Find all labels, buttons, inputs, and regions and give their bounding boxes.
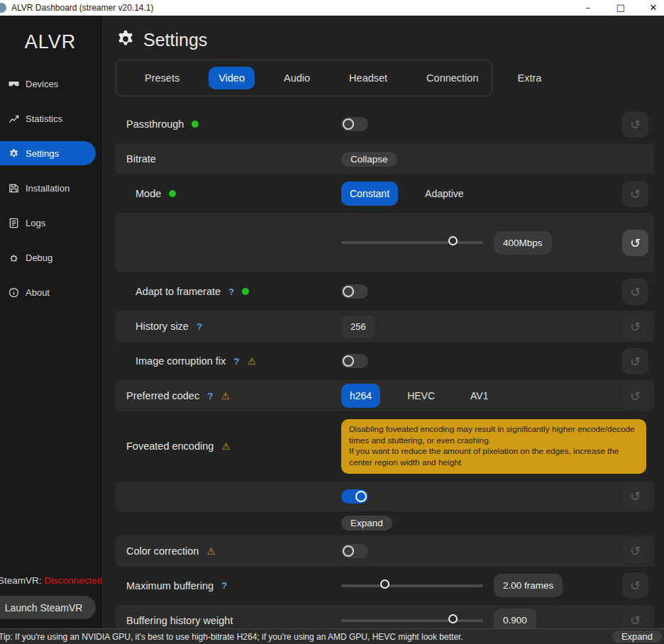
sidebar-item-settings[interactable]: Settings: [0, 141, 96, 165]
setting-control-cell: h264HEVCAV1: [341, 384, 617, 408]
reset-button[interactable]: ↺: [622, 313, 648, 340]
settings-row-maximum-buffering: Maximum buffering?2.00 frames↺: [116, 570, 654, 601]
tab-extra[interactable]: Extra: [507, 67, 551, 89]
expand-button[interactable]: Expand: [341, 516, 392, 531]
reset-button[interactable]: ↺: [622, 230, 648, 256]
tab-audio[interactable]: Audio: [274, 67, 320, 89]
toggle-switch[interactable]: [341, 489, 368, 504]
reset-button[interactable]: ↺: [622, 483, 648, 509]
title-bar: ALVR Dashboard (streamer v20.14.1) – □ ✕: [0, 0, 664, 16]
bug-gear-icon: [9, 252, 19, 263]
reset-button[interactable]: ↺: [622, 181, 648, 207]
undo-icon: ↺: [630, 543, 641, 558]
sidebar-item-installation[interactable]: Installation: [0, 176, 101, 200]
slider-track[interactable]: [341, 584, 483, 587]
toggle-switch[interactable]: [341, 354, 368, 368]
sidebar-item-label: About: [26, 287, 50, 298]
sidebar-item-label: Logs: [26, 218, 45, 228]
setting-control-cell: ConstantAdaptive: [341, 182, 617, 206]
info-icon: [9, 287, 19, 298]
warning-icon: ⚠: [221, 390, 229, 401]
launch-steamvr-button[interactable]: Launch SteamVR: [0, 596, 96, 619]
slider-control: 0.900: [341, 609, 536, 628]
sidebar-item-logs[interactable]: Logs: [0, 211, 101, 235]
setting-label: Passthrough: [126, 118, 184, 130]
reset-cell: ↺: [617, 230, 654, 256]
setting-control-cell: 400Mbps: [341, 231, 617, 255]
chart-icon: [9, 113, 19, 124]
segmented-control: h264HEVCAV1: [341, 384, 497, 408]
setting-control-cell: 0.900: [341, 609, 617, 628]
reset-button[interactable]: ↺: [622, 538, 648, 564]
option-hevc[interactable]: HEVC: [399, 384, 443, 408]
footer-tip-text: Tip: If you're using an NVIDIA GPU, it's…: [0, 632, 463, 642]
reset-button[interactable]: ↺: [622, 572, 648, 599]
document-icon: [9, 218, 19, 228]
warning-message-box: Disabling foveated encoding may result i…: [341, 419, 646, 474]
reset-button[interactable]: ↺: [622, 607, 648, 628]
toggle-knob: [355, 491, 367, 502]
help-icon[interactable]: ?: [221, 580, 227, 591]
slider-value[interactable]: 400Mbps: [494, 231, 552, 255]
settings-row-buffering-history-weight: Buffering history weight0.900↺: [116, 605, 654, 628]
reset-button[interactable]: ↺: [622, 383, 648, 409]
slider-value[interactable]: 2.00 frames: [494, 574, 563, 597]
window-title: ALVR Dashboard (streamer v20.14.1): [11, 3, 154, 13]
sidebar-item-about[interactable]: About: [0, 280, 101, 304]
setting-control-cell: [341, 489, 617, 504]
settings-row-adapt-to-framerate: Adapt to framerate?↺: [116, 276, 654, 307]
maximize-button[interactable]: □: [614, 0, 627, 16]
close-button[interactable]: ✕: [647, 0, 660, 16]
setting-label: Color correction: [126, 545, 199, 557]
collapse-button[interactable]: Collapse: [341, 152, 397, 167]
slider-thumb[interactable]: [448, 236, 458, 245]
warning-icon: ⚠: [221, 440, 230, 452]
slider-value[interactable]: 0.900: [494, 609, 536, 628]
tab-presets[interactable]: Presets: [135, 67, 189, 89]
slider-track[interactable]: [341, 241, 483, 244]
setting-label: Foveated encoding: [126, 440, 214, 452]
slider-thumb[interactable]: [380, 579, 389, 589]
help-icon[interactable]: ?: [233, 356, 239, 367]
tab-video[interactable]: Video: [209, 67, 255, 89]
footer-expand-button[interactable]: Expand: [612, 631, 662, 643]
warning-icon: ⚠: [206, 545, 215, 557]
reset-button[interactable]: ↺: [622, 279, 648, 305]
toggle-switch[interactable]: [341, 117, 368, 131]
sidebar-item-devices[interactable]: Devices: [0, 72, 101, 96]
help-icon[interactable]: ?: [197, 321, 202, 332]
slider-track[interactable]: [341, 619, 483, 622]
slider-control: 400Mbps: [341, 231, 552, 255]
value-field[interactable]: 256: [341, 316, 375, 338]
reset-button[interactable]: ↺: [622, 348, 648, 374]
reset-button[interactable]: ↺: [622, 111, 648, 138]
option-constant[interactable]: Constant: [341, 182, 398, 206]
toggle-switch[interactable]: [341, 544, 368, 558]
help-icon[interactable]: ?: [228, 287, 234, 297]
modified-dot-icon: [242, 288, 249, 295]
option-adaptive[interactable]: Adaptive: [416, 182, 472, 206]
setting-label-cell: Foveated encoding⚠: [116, 440, 341, 452]
undo-icon: ↺: [630, 187, 641, 201]
settings-row-passthrough: Passthrough↺: [116, 109, 654, 140]
page-title: Settings: [143, 30, 207, 50]
undo-icon: ↺: [630, 319, 641, 334]
toggle-switch[interactable]: [341, 284, 368, 299]
minimize-button[interactable]: –: [582, 0, 594, 16]
undo-icon: ↺: [630, 578, 641, 593]
sidebar-item-debug[interactable]: Debug: [0, 245, 101, 270]
undo-icon: ↺: [630, 284, 641, 299]
slider-thumb[interactable]: [448, 614, 458, 623]
help-icon[interactable]: ?: [207, 391, 213, 401]
sidebar-item-statistics[interactable]: Statistics: [0, 106, 101, 131]
settings-row-pill: Expand: [116, 515, 654, 532]
settings-row-preferred-codec: Preferred codec?⚠h264HEVCAV1↺: [116, 380, 654, 411]
reset-cell: ↺: [617, 348, 654, 374]
segmented-control: ConstantAdaptive: [341, 182, 472, 206]
sidebar-nav: DevicesStatisticsSettingsInstallationLog…: [0, 72, 101, 304]
option-h264[interactable]: h264: [341, 384, 380, 408]
tab-headset[interactable]: Headset: [339, 67, 397, 89]
setting-control-cell: [341, 284, 617, 299]
tab-connection[interactable]: Connection: [416, 67, 488, 89]
option-av1[interactable]: AV1: [462, 384, 497, 408]
